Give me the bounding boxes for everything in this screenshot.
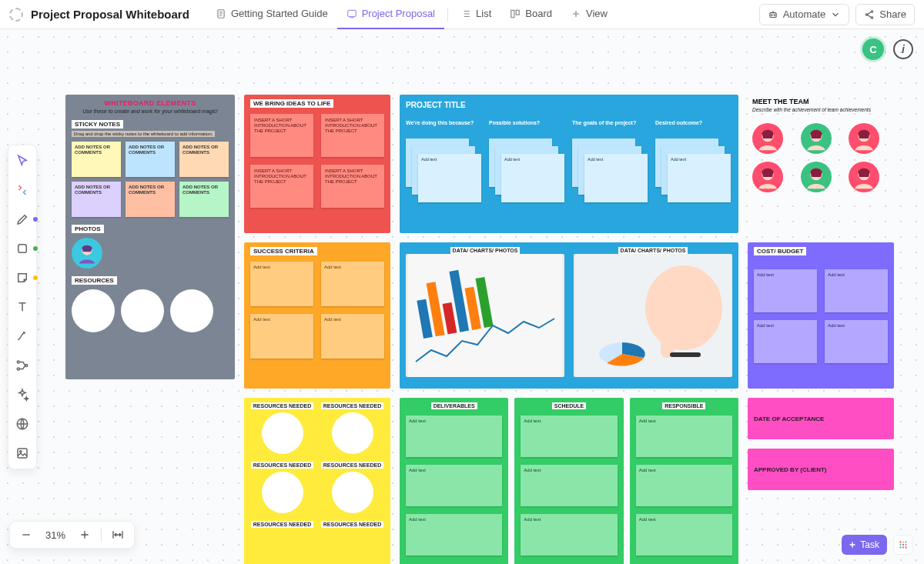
green-note[interactable]: Add text: [521, 514, 617, 556]
chart-image-placeholder[interactable]: [574, 254, 732, 377]
date-acceptance-panel[interactable]: DATE OF ACCEPTANCE: [748, 398, 894, 439]
relationship-tool[interactable]: [12, 355, 33, 376]
team-member-avatar[interactable]: [801, 123, 832, 154]
resource-slot[interactable]: [121, 289, 164, 332]
green-note[interactable]: Add text: [636, 415, 732, 457]
svg-point-42: [645, 265, 722, 350]
sticky-yellow[interactable]: ADD NOTES OR COMMENTS: [72, 142, 121, 177]
info-button[interactable]: i: [893, 39, 913, 59]
success-note[interactable]: Add text: [250, 262, 313, 306]
connector-tool[interactable]: [12, 325, 33, 347]
data-chart-block[interactable]: DATA/ CHARTS/ PHOTOS: [574, 247, 732, 384]
canvas-stage[interactable]: C i 31% Task WHITEBO: [0, 29, 924, 564]
project-question: Desired outcome?: [655, 120, 732, 134]
cost-note[interactable]: Add text: [825, 269, 888, 312]
card-stack[interactable]: Add text: [572, 138, 649, 206]
card-stack[interactable]: Add text: [406, 138, 483, 206]
sticky-palette: ADD NOTES OR COMMENTS ADD NOTES OR COMME…: [72, 142, 229, 217]
resource-needed-slot[interactable]: RESOURCES NEEDED: [250, 402, 314, 454]
green-note[interactable]: Add text: [406, 465, 502, 506]
resource-needed-slot[interactable]: RESOURCES NEEDED: [250, 462, 314, 513]
tab-label: Getting Started Guide: [231, 8, 328, 19]
chart-image-placeholder[interactable]: [406, 254, 564, 377]
tab-getting-started[interactable]: Getting Started Guide: [206, 0, 337, 29]
idea-note[interactable]: INSERT A SHORT INTRODUCTION ABOUT THE PR…: [321, 165, 384, 208]
sticky-peach[interactable]: ADD NOTES OR COMMENTS: [179, 142, 229, 177]
team-panel[interactable]: MEET THE TEAM Describe with the achievem…: [748, 95, 894, 202]
cost-note[interactable]: Add text: [825, 320, 888, 363]
automate-button[interactable]: Automate: [759, 4, 850, 25]
resource-needed-slot[interactable]: RESOURCES NEEDED: [320, 521, 384, 528]
green-note[interactable]: Add text: [521, 415, 617, 457]
data-charts-panel[interactable]: DATA/ CHARTS/ PHOTOS DATA/ CHARTS/ PHOTO…: [400, 242, 738, 389]
idea-note[interactable]: INSERT A SHORT INTRODUCTION ABOUT THE PR…: [250, 165, 313, 208]
whiteboard-icon: [346, 8, 357, 19]
whiteboard-content[interactable]: WHITEBOARD ELEMENTS Use these to create …: [65, 95, 901, 564]
shape-tool[interactable]: [12, 238, 33, 259]
svg-point-6: [774, 15, 775, 15]
schedule-title: SCHEDULE: [552, 402, 587, 409]
sticky-blue[interactable]: ADD NOTES OR COMMENTS: [126, 142, 175, 177]
resources-needed-panel[interactable]: RESOURCES NEEDED RESOURCES NEEDED RESOUR…: [244, 398, 390, 564]
team-member-avatar[interactable]: [801, 162, 832, 192]
schedule-panel[interactable]: SCHEDULE Add textAdd textAdd text: [514, 398, 623, 564]
green-note[interactable]: Add text: [521, 465, 617, 506]
sticky-orange[interactable]: ADD NOTES OR COMMENTS: [126, 182, 175, 217]
share-button[interactable]: Share: [855, 4, 915, 25]
cost-budget-panel[interactable]: COST/ BUDGET Add text Add text Add text …: [748, 242, 894, 389]
deliverables-panel[interactable]: DELIVERABLES Add textAdd textAdd text: [400, 398, 508, 564]
approved-by-panel[interactable]: APPROVED BY (CLIENT): [748, 449, 894, 490]
project-col-why: We're doing this because? Add text: [406, 120, 483, 206]
ideas-panel[interactable]: WE BRING IDEAS TO LIFE INSERT A SHORT IN…: [244, 95, 390, 233]
responsible-panel[interactable]: RESPONSIBLE Add textAdd textAdd text: [630, 398, 738, 564]
text-tool[interactable]: [12, 296, 33, 318]
image-tool[interactable]: [12, 442, 33, 464]
templates-tool[interactable]: [12, 179, 33, 201]
resource-needed-slot[interactable]: RESOURCES NEEDED: [320, 402, 384, 454]
project-title-panel[interactable]: PROJECT TITLE We're doing this because? …: [400, 95, 738, 233]
tab-board[interactable]: Board: [500, 0, 561, 29]
card-stack[interactable]: Add text: [655, 138, 732, 206]
success-note[interactable]: Add text: [321, 262, 384, 306]
green-note[interactable]: Add text: [636, 514, 732, 556]
idea-note[interactable]: INSERT A SHORT INTRODUCTION ABOUT THE PR…: [321, 114, 384, 157]
user-avatar[interactable]: C: [862, 38, 884, 60]
green-note[interactable]: Add text: [406, 514, 502, 556]
sticky-lilac[interactable]: ADD NOTES OR COMMENTS: [72, 182, 121, 217]
web-tool[interactable]: [12, 413, 33, 435]
tab-project-proposal[interactable]: Project Proposal: [337, 0, 444, 29]
ai-tool[interactable]: [12, 384, 33, 405]
project-title-label: PROJECT TITLE: [406, 101, 732, 109]
pen-tool[interactable]: [12, 209, 33, 230]
zoom-out-button[interactable]: [16, 525, 36, 545]
tab-add-view[interactable]: View: [561, 0, 617, 29]
resource-needed-slot[interactable]: RESOURCES NEEDED: [250, 521, 314, 528]
svg-point-21: [902, 544, 904, 546]
team-member-avatar[interactable]: [752, 162, 783, 192]
plus-icon: [571, 8, 581, 19]
resource-slot[interactable]: [72, 289, 115, 332]
cost-note[interactable]: Add text: [754, 269, 817, 312]
success-note[interactable]: Add text: [321, 314, 384, 359]
green-note[interactable]: Add text: [636, 465, 732, 506]
card-stack[interactable]: Add text: [489, 138, 566, 206]
idea-note[interactable]: INSERT A SHORT INTRODUCTION ABOUT THE PR…: [250, 114, 313, 157]
resource-needed-slot[interactable]: RESOURCES NEEDED: [320, 462, 384, 513]
data-chart-block[interactable]: DATA/ CHARTS/ PHOTOS: [406, 247, 564, 384]
team-member-avatar[interactable]: [849, 162, 879, 192]
team-member-avatar[interactable]: [849, 123, 879, 154]
cost-note[interactable]: Add text: [754, 320, 817, 363]
green-note[interactable]: Add text: [406, 415, 502, 457]
zoom-percent[interactable]: 31%: [42, 529, 69, 541]
team-member-avatar[interactable]: [752, 123, 783, 154]
sticky-note-tool[interactable]: [12, 267, 33, 289]
resource-slot[interactable]: [170, 289, 213, 332]
sticky-green[interactable]: ADD NOTES OR COMMENTS: [179, 182, 229, 217]
tab-list[interactable]: List: [451, 0, 500, 29]
select-tool[interactable]: [12, 150, 33, 172]
success-criteria-panel[interactable]: SUCCESS CRITERIA Add text Add text Add t…: [244, 242, 390, 389]
success-note[interactable]: Add text: [250, 314, 313, 359]
svg-rect-10: [18, 245, 27, 253]
sample-avatar[interactable]: [72, 238, 102, 269]
whiteboard-elements-panel[interactable]: WHITEBOARD ELEMENTS Use these to create …: [65, 95, 235, 379]
